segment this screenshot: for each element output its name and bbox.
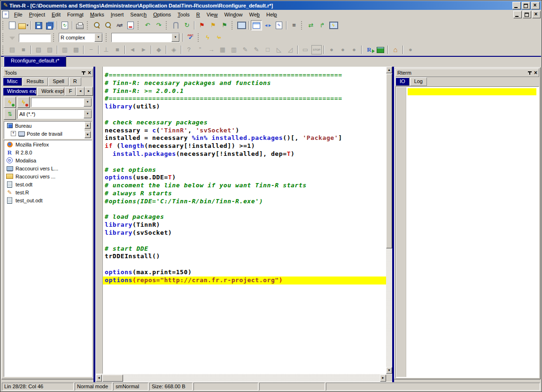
yellow-flag-button[interactable]: ⚑ <box>208 20 219 31</box>
replace-button[interactable]: A⇄ <box>114 20 125 31</box>
rterm-tab-io[interactable]: IO <box>395 77 410 86</box>
save-all-button[interactable] <box>44 20 55 31</box>
scroll-right-icon[interactable]: ► <box>380 375 386 382</box>
pin-icon[interactable] <box>81 70 86 76</box>
document-tab[interactable]: Rconfigure_default.r* <box>4 56 66 67</box>
find-in-files-button[interactable] <box>102 20 114 31</box>
list-item[interactable]: Mozilla Firefox <box>4 140 92 148</box>
redo-button[interactable]: ↷ <box>153 20 164 31</box>
list-item[interactable]: test.R <box>4 188 92 196</box>
subtab-work-expl-[interactable]: Work expl. <box>37 87 64 96</box>
mdi-close-icon[interactable] <box>532 11 541 18</box>
menu-r[interactable]: R <box>193 11 203 18</box>
disconnect-button[interactable]: ϟ <box>17 97 30 108</box>
hscroll-thumb[interactable] <box>102 375 123 382</box>
menu-project[interactable]: Project <box>26 11 48 18</box>
chevron-down-icon[interactable]: ▼ <box>171 33 179 42</box>
menu-format[interactable]: Format <box>64 11 87 18</box>
file-list[interactable]: Mozilla FirefoxRR 2.8.0ModalisaRaccourci… <box>4 140 92 377</box>
toggle-panels-button[interactable] <box>251 20 262 31</box>
connect-button[interactable]: ϟ <box>4 97 16 108</box>
file-options-button[interactable]: ✎ <box>273 20 285 31</box>
new-file-button[interactable] <box>7 20 18 31</box>
open-file-button[interactable]: ▼ <box>18 20 29 31</box>
recent-files-combo[interactable]: ▼ <box>111 33 180 42</box>
mdi-restore-icon[interactable] <box>523 11 531 18</box>
file-filter-combo[interactable]: All (*.*) ▼ <box>17 109 92 119</box>
chevron-down-icon[interactable]: ▼ <box>94 33 102 42</box>
close-icon[interactable]: × <box>88 70 91 76</box>
close-file-button[interactable]: ▂ <box>125 20 136 31</box>
chevron-down-icon[interactable]: ▼ <box>84 98 92 107</box>
restore-icon[interactable] <box>522 2 530 9</box>
close-icon[interactable] <box>531 2 540 9</box>
menu-help[interactable]: Help <box>263 11 280 18</box>
scroll-down-icon[interactable]: ▼ <box>85 131 91 138</box>
tab-results[interactable]: Results <box>23 77 48 86</box>
menu-web[interactable]: Web <box>246 11 263 18</box>
list-item[interactable]: Modalisa <box>4 156 92 164</box>
menu-options[interactable]: Options <box>150 11 174 18</box>
process-send-button[interactable]: ↱ <box>317 20 328 31</box>
refresh-button[interactable]: ⇅ <box>4 108 16 120</box>
run-line-button[interactable]: ϟ <box>202 32 213 43</box>
menu-window[interactable]: Window <box>221 11 246 18</box>
tab-misc[interactable]: Misc <box>3 77 22 86</box>
process-swap-button[interactable]: ⇄ <box>305 20 317 31</box>
scroll-up-icon[interactable]: ▲ <box>386 67 392 73</box>
search-input[interactable] <box>19 34 51 42</box>
match-delimiters-button[interactable]: ◄► <box>262 20 273 31</box>
folder-tree[interactable]: Bureau+Poste de travail ▲ ▼ <box>4 121 92 139</box>
line-ops-button[interactable]: ≡ <box>288 20 300 31</box>
close-icon[interactable]: × <box>534 70 537 76</box>
tree-item[interactable]: Bureau <box>4 122 92 130</box>
expand-icon[interactable]: + <box>11 131 16 136</box>
subtab-windows-expl-[interactable]: Windows expl. <box>3 87 37 96</box>
list-item[interactable]: test_out.odt <box>4 196 92 204</box>
tab-r[interactable]: R <box>69 77 81 86</box>
rterm-flash-button[interactable]: ϟ <box>328 20 339 31</box>
subtab-f[interactable]: F <box>65 87 76 96</box>
r-home-button[interactable]: ⌂ <box>390 45 401 55</box>
scroll-up-icon[interactable]: ▲ <box>85 122 91 129</box>
menu-tools[interactable]: Tools <box>174 11 193 18</box>
reload-file-button[interactable]: ↻ <box>59 20 70 31</box>
r-start-button[interactable]: R <box>364 45 375 55</box>
find-button[interactable] <box>91 20 102 31</box>
spell-check-button[interactable]: ✓ <box>185 32 196 43</box>
r-console-button[interactable] <box>375 45 386 55</box>
menu-view[interactable]: View <box>203 11 221 18</box>
editor-hscrollbar[interactable]: ◄ ► <box>96 374 386 382</box>
menu-marks[interactable]: Marks <box>87 11 108 18</box>
filetype-combo[interactable]: R complex ▼ <box>59 33 103 42</box>
undo-button[interactable]: ↶ <box>142 20 153 31</box>
tab-spell[interactable]: Spell <box>48 77 68 86</box>
rterm-tab-log[interactable]: Log <box>410 77 427 86</box>
attach-file-button[interactable] <box>170 20 181 31</box>
tab-scroll-left-icon[interactable]: ◄ <box>76 87 85 96</box>
menu-edit[interactable]: Edit <box>48 11 64 18</box>
pin-icon[interactable] <box>527 70 532 76</box>
menu-file[interactable]: File <box>11 11 26 18</box>
print-button[interactable] <box>74 20 85 31</box>
list-item[interactable]: RR 2.8.0 <box>4 148 92 156</box>
send-to-rterm-button[interactable] <box>236 20 247 31</box>
menu-insert[interactable]: Insert <box>108 11 127 18</box>
path-combo[interactable]: ▼ <box>31 98 92 107</box>
code-area[interactable]: #=======================================… <box>103 67 386 374</box>
tree-scrollbar[interactable]: ▲ ▼ <box>85 122 92 138</box>
minimize-icon[interactable] <box>512 2 521 9</box>
tab-scroll-right-icon[interactable]: ► <box>85 87 93 96</box>
list-item[interactable]: Raccourci vers ... <box>4 172 92 180</box>
green-flag-button[interactable]: ⚑ <box>219 20 230 31</box>
scroll-left-icon[interactable]: ◄ <box>96 375 102 382</box>
mdi-minimize-icon[interactable] <box>513 11 522 18</box>
save-file-button[interactable] <box>33 20 44 31</box>
red-flag-button[interactable]: ⚑ <box>196 20 208 31</box>
list-item[interactable]: test.odt <box>4 180 92 188</box>
vscroll-thumb[interactable] <box>386 74 392 248</box>
list-item[interactable]: Raccourci vers L... <box>4 164 92 172</box>
scroll-down-icon[interactable]: ▼ <box>386 367 392 374</box>
run-line-advance-button[interactable]: ϟ» <box>213 32 225 43</box>
editor-vscrollbar[interactable]: ▲ ▼ <box>386 67 392 374</box>
